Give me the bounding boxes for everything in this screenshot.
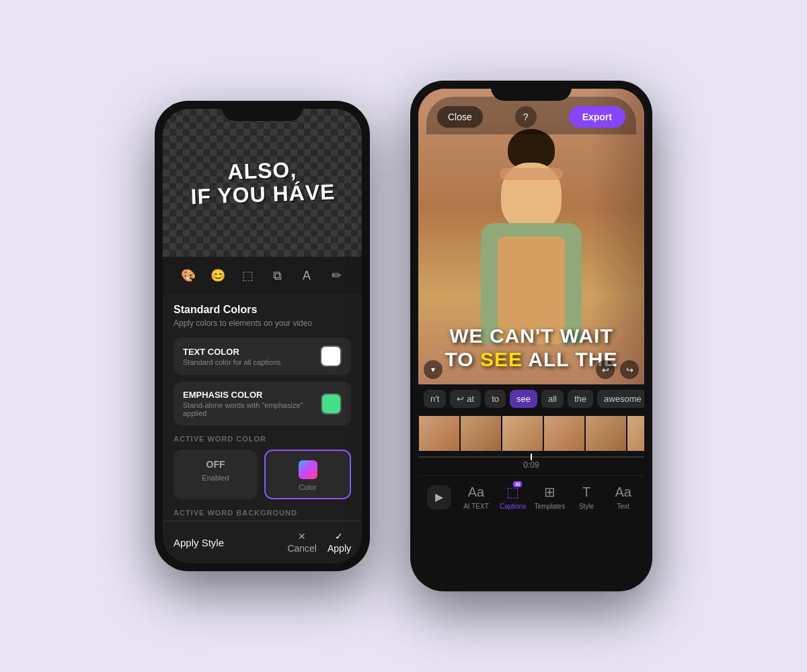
text-color-swatch[interactable]	[320, 345, 342, 367]
word-chip-at[interactable]: ↩at	[450, 390, 481, 408]
main-container: ALSO, IF YOU HÁVE 🎨 😊 ⬚ ⧉ A ✏ Standard C…	[155, 81, 652, 591]
word-chip-to[interactable]: to	[485, 390, 506, 408]
cancel-button[interactable]: ✕ Cancel	[287, 531, 317, 554]
apply-icon: ✓	[335, 531, 343, 542]
close-button[interactable]: Close	[437, 106, 483, 128]
export-button[interactable]: Export	[569, 106, 625, 128]
right-phone: Close ? Export	[410, 81, 652, 591]
color-label: Color	[299, 483, 316, 491]
ai-badge: AI	[513, 481, 522, 487]
color-swatch-icon	[299, 460, 317, 479]
emphasis-color-swatch[interactable]	[321, 393, 342, 415]
text-icon-wrap: Aa	[615, 485, 631, 500]
play-button[interactable]: ▶	[427, 485, 451, 509]
apply-actions: ✕ Cancel ✓ Apply	[287, 531, 351, 554]
templates-nav-icon: ⊞	[544, 485, 555, 499]
apply-label: Apply	[328, 543, 351, 554]
style-icon-wrap: T	[582, 485, 590, 500]
left-phone: ALSO, IF YOU HÁVE 🎨 😊 ⬚ ⧉ A ✏ Standard C…	[155, 101, 370, 571]
undo-redo-controls: ↩ ↪	[596, 360, 639, 379]
headband	[500, 168, 563, 180]
style-label: Style	[579, 503, 594, 510]
nav-templates-item[interactable]: ⊞ Templates	[531, 481, 568, 513]
help-button[interactable]: ?	[515, 106, 537, 128]
apply-bar: Apply Style ✕ Cancel ✓ Apply	[163, 521, 362, 563]
undo-button[interactable]: ↩	[596, 360, 615, 379]
text-color-row[interactable]: TEXT COLOR Standard color for all captio…	[174, 337, 351, 375]
cancel-label: Cancel	[287, 543, 317, 554]
emphasis-color-desc: Stand-alone words with "emphasize" appli…	[183, 401, 321, 417]
subtitle-line1: WE CAN'T WAIT	[425, 325, 638, 348]
aitext-label: AI TEXT	[463, 503, 489, 510]
smile-icon[interactable]: 😊	[206, 263, 230, 288]
captions-label: Captions	[500, 503, 526, 510]
aitext-icon-wrap: Aa	[468, 485, 484, 500]
text-icon[interactable]: A	[295, 263, 319, 288]
film-frame-2	[461, 416, 501, 451]
filmstrip	[418, 413, 644, 454]
film-frame-3	[502, 416, 543, 451]
film-frame-6	[627, 416, 644, 451]
emphasis-color-label: EMPHASIS COLOR	[183, 390, 321, 400]
timeline-line	[418, 456, 644, 458]
text-nav-icon: Aa	[615, 485, 631, 499]
off-label: OFF	[206, 459, 225, 470]
nav-text-item[interactable]: Aa Text	[605, 482, 642, 513]
nav-style-item[interactable]: T Style	[568, 482, 605, 513]
edit-icon[interactable]: ✏	[324, 263, 348, 288]
captions-icon-wrap: ⬚ AI	[506, 484, 519, 500]
aitext-icon: Aa	[468, 485, 484, 499]
film-frame-5	[586, 416, 626, 451]
timeline-indicator	[531, 454, 532, 460]
word-chip-all[interactable]: all	[541, 390, 564, 408]
left-screen: ALSO, IF YOU HÁVE 🎨 😊 ⬚ ⧉ A ✏ Standard C…	[163, 109, 362, 563]
right-screen: Close ? Export	[418, 89, 644, 583]
text-label: Text	[617, 503, 629, 510]
apply-button[interactable]: ✓ Apply	[328, 531, 351, 554]
active-word-bg-label: ACTIVE WORD BACKGROUND	[174, 509, 351, 517]
word-chip-cant[interactable]: n't	[424, 390, 446, 408]
active-word-color-label: ACTIVE WORD COLOR	[174, 435, 351, 443]
panel-title: Standard Colors	[174, 304, 351, 316]
timestamp: 0:09	[418, 460, 644, 470]
preview-area: ALSO, IF YOU HÁVE	[163, 109, 362, 257]
bottom-nav: ▶ Aa AI TEXT ⬚ AI	[418, 475, 644, 523]
left-toolbar: 🎨 😊 ⬚ ⧉ A ✏	[163, 257, 362, 294]
nav-aitext-item[interactable]: Aa AI TEXT	[458, 482, 495, 513]
word-timeline: n't ↩at to see all the awesome	[418, 384, 644, 413]
word-chip-awesome[interactable]: awesome	[597, 390, 644, 408]
style-nav-icon: T	[582, 485, 590, 499]
video-controls: ▾ ↩ ↪	[424, 360, 639, 379]
cancel-icon: ✕	[298, 531, 306, 542]
word-chip-see[interactable]: see	[510, 390, 537, 408]
palette-icon[interactable]: 🎨	[176, 263, 200, 288]
panel-subtitle: Apply colors to elements on your video	[174, 319, 351, 328]
captions-icon[interactable]: ⬚	[235, 263, 260, 288]
active-word-color-row: OFF Enabled Color	[174, 450, 351, 499]
nav-captions-item[interactable]: ⬚ AI Captions	[494, 481, 531, 513]
emphasis-color-row[interactable]: EMPHASIS COLOR Stand-alone words with "e…	[174, 382, 351, 425]
preview-text: ALSO, IF YOU HÁVE	[189, 157, 335, 209]
nav-play-item[interactable]: ▶	[421, 482, 458, 512]
film-frame-1	[419, 416, 459, 451]
templates-icon-wrap: ⊞	[544, 484, 555, 500]
top-bar: Close ? Export	[426, 97, 636, 134]
right-screen-inner: Close ? Export	[418, 89, 644, 583]
chevron-down-button[interactable]: ▾	[424, 360, 443, 379]
active-word-off-btn[interactable]: OFF Enabled	[174, 450, 258, 499]
text-color-desc: Standard color for all captions	[183, 358, 281, 366]
word-chip-the[interactable]: the	[568, 390, 593, 408]
timeline-bar: 0:09	[418, 454, 644, 475]
text-color-label: TEXT COLOR	[183, 347, 281, 357]
enabled-label: Enabled	[202, 474, 229, 482]
templates-label: Templates	[535, 503, 566, 510]
color-panel: Standard Colors Apply colors to elements…	[163, 294, 362, 521]
redo-button[interactable]: ↪	[620, 360, 639, 379]
apply-style-title: Apply Style	[174, 537, 224, 548]
film-frame-4	[544, 416, 584, 451]
active-word-color-btn[interactable]: Color	[264, 450, 351, 499]
layers-icon[interactable]: ⧉	[265, 263, 289, 288]
